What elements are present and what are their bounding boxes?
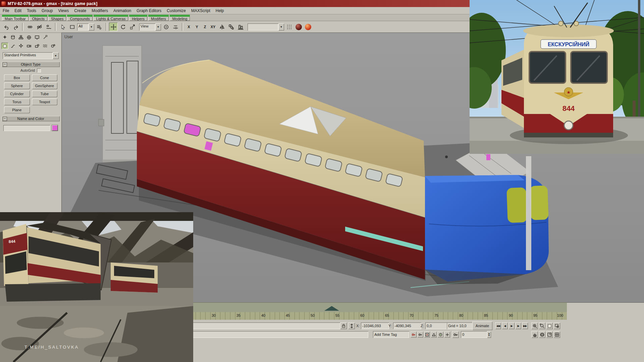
key-filter-icon-4[interactable] xyxy=(431,331,437,338)
play-animation-icon[interactable]: ▶ xyxy=(508,322,515,329)
select-and-link-icon[interactable] xyxy=(25,22,34,31)
axis-constraint-z-button[interactable]: Z xyxy=(201,23,209,31)
selection-filter-dropdown[interactable]: All ▼ xyxy=(77,23,94,31)
go-to-start-icon[interactable]: ◀◀ xyxy=(495,322,501,329)
cone-button[interactable]: Cone xyxy=(32,74,58,81)
absolute-offset-mode-icon[interactable] xyxy=(348,322,355,329)
undo-icon[interactable] xyxy=(2,22,11,31)
menu-customize[interactable]: Customize xyxy=(164,8,189,14)
object-name-input[interactable] xyxy=(3,125,50,131)
redo-icon[interactable] xyxy=(11,22,20,31)
systems-category-icon[interactable] xyxy=(50,43,57,49)
menu-views[interactable]: Views xyxy=(55,8,71,14)
add-time-tag-field[interactable]: Add Time Tag xyxy=(373,331,409,338)
y-coordinate-field[interactable]: -4090,345 xyxy=(393,322,421,329)
menu-group[interactable]: Group xyxy=(39,8,55,14)
array-icon[interactable] xyxy=(227,22,235,31)
plane-button[interactable]: Plane xyxy=(4,107,30,113)
selection-lock-icon[interactable] xyxy=(340,322,347,329)
tab-objects[interactable]: Objects xyxy=(30,15,47,21)
named-selection-sets-dropdown[interactable]: ▼ xyxy=(248,23,284,31)
select-by-name-icon[interactable] xyxy=(95,22,104,31)
go-to-end-icon[interactable]: ▶▶ xyxy=(522,322,528,329)
viewport-layout-icon[interactable] xyxy=(553,331,560,338)
unlink-selection-icon[interactable] xyxy=(35,22,44,31)
axis-constraint-x-button[interactable]: X xyxy=(185,23,193,31)
modify-tab-icon[interactable] xyxy=(9,34,16,41)
axis-constraint-y-button[interactable]: Y xyxy=(193,23,201,31)
time-marker-icon[interactable] xyxy=(324,306,339,311)
min-max-toggle-icon[interactable] xyxy=(546,331,553,338)
primitives-dropdown[interactable]: Standard Primitives ▼ xyxy=(3,52,59,59)
mirror-icon[interactable] xyxy=(217,22,226,31)
sphere-button[interactable]: Sphere xyxy=(4,82,30,89)
autogrid-checkbox[interactable] xyxy=(37,68,41,72)
geometry-category-icon[interactable] xyxy=(1,43,8,49)
menu-maxscript[interactable]: MAXScript xyxy=(189,8,213,14)
key-filter-icon-6[interactable] xyxy=(444,331,450,338)
render-effects-icon[interactable] xyxy=(294,22,303,31)
select-and-rotate-icon[interactable] xyxy=(118,22,127,31)
display-tab-icon[interactable] xyxy=(34,34,41,41)
animate-button[interactable]: Animate xyxy=(472,321,492,330)
tab-modifiers[interactable]: Modifiers xyxy=(148,15,169,21)
shapes-category-icon[interactable] xyxy=(9,43,16,49)
object-color-swatch[interactable] xyxy=(52,125,58,131)
z-coordinate-field[interactable]: 0,0 xyxy=(425,322,447,329)
pan-view-icon[interactable] xyxy=(531,331,538,338)
key-filter-icon-3[interactable] xyxy=(424,331,430,338)
select-object-icon[interactable] xyxy=(58,22,67,31)
x-coordinate-field[interactable]: -10346,093 xyxy=(361,322,389,329)
next-frame-icon[interactable]: ▶ xyxy=(515,322,521,329)
zoom-all-icon[interactable] xyxy=(539,322,545,329)
menu-modifiers[interactable]: Modifiers xyxy=(89,8,111,14)
teapot-button[interactable]: Teapot xyxy=(32,99,58,105)
motion-tab-icon[interactable] xyxy=(25,34,33,41)
key-filter-icon-2[interactable] xyxy=(417,331,423,338)
viewport-label[interactable]: User xyxy=(64,35,73,39)
select-and-move-icon[interactable] xyxy=(109,22,118,31)
create-tab-icon[interactable] xyxy=(1,34,8,41)
quick-render-icon[interactable] xyxy=(304,22,312,31)
tab-helpers[interactable]: Helpers xyxy=(129,15,147,21)
arc-rotate-icon[interactable] xyxy=(539,331,545,338)
zoom-icon[interactable] xyxy=(531,322,538,329)
zoom-extents-icon[interactable] xyxy=(546,322,553,329)
rectangular-selection-region-icon[interactable] xyxy=(68,22,76,31)
tab-lights-cameras[interactable]: Lights & Cameras xyxy=(94,15,128,21)
helpers-category-icon[interactable] xyxy=(34,43,41,49)
key-filter-icon-1[interactable] xyxy=(411,331,417,338)
menu-animation[interactable]: Animation xyxy=(111,8,134,14)
menu-edit[interactable]: Edit xyxy=(12,8,24,14)
key-filter-icon-5[interactable] xyxy=(437,331,443,338)
current-frame-field[interactable]: 0 xyxy=(461,331,490,338)
tab-modeling[interactable]: Modeling xyxy=(170,15,190,21)
space-warps-category-icon[interactable] xyxy=(42,43,49,49)
menu-tools[interactable]: Tools xyxy=(24,8,39,14)
previous-frame-icon[interactable]: ◀ xyxy=(502,322,508,329)
menu-file[interactable]: File xyxy=(0,8,12,14)
layer-manager-icon[interactable] xyxy=(285,22,293,31)
name-color-rollout-header[interactable]: − Name and Color xyxy=(2,116,60,121)
select-and-scale-icon[interactable] xyxy=(128,22,137,31)
axis-constraint-xy-button[interactable]: XY xyxy=(209,23,217,31)
cameras-category-icon[interactable] xyxy=(25,43,33,49)
lights-category-icon[interactable] xyxy=(17,43,24,49)
tab-shapes[interactable]: Shapes xyxy=(48,15,66,21)
utilities-tab-icon[interactable] xyxy=(42,34,49,41)
tube-button[interactable]: Tube xyxy=(32,90,58,97)
torus-button[interactable]: Torus xyxy=(4,99,30,105)
object-type-rollout-header[interactable]: − Object Type xyxy=(2,62,60,67)
tab-compounds[interactable]: Compounds xyxy=(67,15,92,21)
menu-graph-editors[interactable]: Graph Editors xyxy=(134,8,164,14)
select-and-manipulate-icon[interactable] xyxy=(171,22,180,31)
box-button[interactable]: Box xyxy=(4,74,30,81)
cylinder-button[interactable]: Cylinder xyxy=(4,90,30,97)
key-mode-toggle-icon[interactable] xyxy=(452,331,459,338)
geosphere-button[interactable]: GeoSphere xyxy=(32,82,58,89)
reference-coordinate-system-dropdown[interactable]: View ▼ xyxy=(139,23,161,31)
frame-spinner[interactable]: ▲▼ xyxy=(487,331,491,338)
tab-main-toolbar[interactable]: Main Toolbar xyxy=(2,15,29,21)
hierarchy-tab-icon[interactable] xyxy=(17,34,24,41)
bind-to-space-warp-icon[interactable] xyxy=(44,22,53,31)
